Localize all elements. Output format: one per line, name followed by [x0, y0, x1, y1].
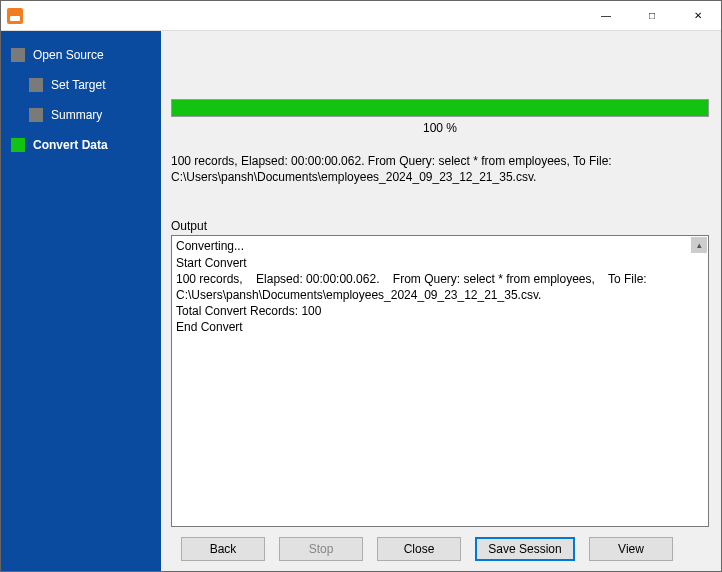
step-label: Summary	[51, 108, 102, 122]
progress-label: 100 %	[171, 121, 709, 135]
output-log[interactable]: Converting... Start Convert 100 records,…	[176, 238, 690, 524]
close-button[interactable]: Close	[377, 537, 461, 561]
main-panel: 100 % 100 records, Elapsed: 00:00:00.062…	[161, 31, 721, 571]
titlebar[interactable]: — □ ✕	[1, 1, 721, 31]
wizard-step-open-source[interactable]: Open Source	[11, 43, 161, 67]
progress-bar	[171, 99, 709, 117]
minimize-button[interactable]: —	[583, 1, 629, 31]
wizard-step-set-target[interactable]: Set Target	[29, 73, 161, 97]
button-row: Back Stop Close Save Session View	[171, 537, 709, 561]
output-label: Output	[171, 219, 709, 233]
save-session-button[interactable]: Save Session	[475, 537, 575, 561]
scroll-up-button[interactable]	[691, 237, 707, 253]
summary-text: 100 records, Elapsed: 00:00:00.062. From…	[171, 153, 709, 185]
app-icon	[7, 8, 23, 24]
app-window: — □ ✕ Open SourceSet TargetSummaryConver…	[0, 0, 722, 572]
progress-fill	[172, 100, 708, 116]
wizard-sidebar: Open SourceSet TargetSummaryConvert Data	[1, 31, 161, 571]
wizard-step-convert-data[interactable]: Convert Data	[11, 133, 161, 157]
step-status-box	[29, 108, 43, 122]
step-status-box	[29, 78, 43, 92]
view-button[interactable]: View	[589, 537, 673, 561]
window-close-button[interactable]: ✕	[675, 1, 721, 31]
output-box: Converting... Start Convert 100 records,…	[171, 235, 709, 527]
step-status-box	[11, 48, 25, 62]
wizard-step-summary[interactable]: Summary	[29, 103, 161, 127]
back-button[interactable]: Back	[181, 537, 265, 561]
step-label: Open Source	[33, 48, 104, 62]
step-label: Convert Data	[33, 138, 108, 152]
stop-button: Stop	[279, 537, 363, 561]
step-label: Set Target	[51, 78, 105, 92]
maximize-button[interactable]: □	[629, 1, 675, 31]
step-status-box	[11, 138, 25, 152]
